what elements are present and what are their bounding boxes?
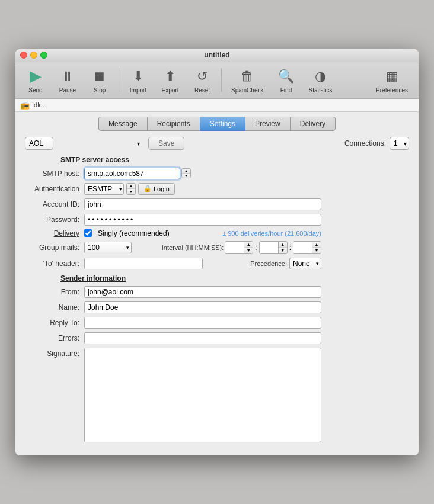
smtp-section-header: SMTP server access xyxy=(60,156,409,164)
preferences-icon: ▦ xyxy=(382,67,401,86)
account-select[interactable]: AOL Gmail Yahoo xyxy=(25,137,53,150)
connections-select[interactable]: 123 xyxy=(390,137,409,150)
delivery-checkbox[interactable] xyxy=(84,229,92,237)
signature-label: Signature: xyxy=(25,348,84,358)
spamcheck-button[interactable]: 🗑 SpamCheck xyxy=(225,65,269,96)
tab-recipients[interactable]: Recipients xyxy=(147,117,200,131)
smtp-host-input[interactable] xyxy=(84,168,180,179)
account-id-input[interactable] xyxy=(84,198,321,210)
auth-steppers: ▲ ▼ xyxy=(126,183,136,195)
interval-hh-up[interactable]: ▲ xyxy=(244,242,253,248)
interval-hh-wrap: 00 ▲ ▼ xyxy=(225,241,253,254)
to-header-row: 'To' header: Precedence: None Bulk List xyxy=(25,258,409,269)
interval-mm-up[interactable]: ▲ xyxy=(279,242,287,248)
smtp-steppers: ▲ ▼ xyxy=(181,168,191,178)
delivery-row: Delivery Singly (recommended) ± 900 deli… xyxy=(25,229,409,237)
statistics-icon: ◑ xyxy=(311,67,330,86)
from-input[interactable] xyxy=(84,286,321,298)
smtp-down-button[interactable]: ▼ xyxy=(182,174,190,178)
errors-input[interactable] xyxy=(84,332,321,344)
interval-ss-down[interactable]: ▼ xyxy=(312,248,321,253)
signature-textarea[interactable] xyxy=(84,348,321,442)
send-icon: ▶ xyxy=(26,67,45,86)
send-button[interactable]: ▶ Send xyxy=(20,65,51,96)
signature-row: Signature: xyxy=(25,348,409,442)
delivery-label: Delivery xyxy=(25,229,84,237)
account-select-wrap: AOL Gmail Yahoo xyxy=(25,137,143,150)
export-icon: ⬆ xyxy=(161,67,180,86)
export-label: Export xyxy=(162,87,179,94)
interval-ss-wrap: 00 ▲ ▼ xyxy=(293,241,321,254)
reply-to-row: Reply To: xyxy=(25,317,409,329)
pause-icon: ⏸ xyxy=(58,67,77,86)
preferences-button[interactable]: ▦ Preferences xyxy=(370,65,414,96)
auth-controls: ESMTP SMTP None ▲ ▼ 🔒 Login xyxy=(84,183,175,195)
to-header-input[interactable] xyxy=(84,258,203,269)
tab-message[interactable]: Message xyxy=(98,117,148,131)
statistics-button[interactable]: ◑ Statistics xyxy=(302,65,338,96)
minimize-button[interactable] xyxy=(30,52,37,59)
interval-ss-input[interactable]: 00 xyxy=(293,242,312,253)
status-icon: 📻 xyxy=(20,101,30,110)
auth-method-select[interactable]: ESMTP SMTP None xyxy=(84,183,124,195)
import-button[interactable]: ⬇ Import xyxy=(123,65,154,96)
close-button[interactable] xyxy=(20,52,27,59)
reset-icon: ↺ xyxy=(193,67,212,86)
spamcheck-icon: 🗑 xyxy=(238,67,257,86)
save-button[interactable]: Save xyxy=(148,137,184,150)
tab-settings[interactable]: Settings xyxy=(200,117,245,131)
smtp-up-button[interactable]: ▲ xyxy=(182,169,190,174)
from-label: From: xyxy=(25,288,84,296)
precedence-row: Precedence: None Bulk List xyxy=(250,258,321,269)
tab-delivery[interactable]: Delivery xyxy=(290,117,336,131)
from-row: From: xyxy=(25,286,409,298)
group-mails-label: Group mails: xyxy=(25,243,84,252)
reply-to-label: Reply To: xyxy=(25,319,84,327)
password-input[interactable] xyxy=(84,214,321,226)
export-button[interactable]: ⬆ Export xyxy=(155,65,186,96)
find-button[interactable]: 🔍 Find xyxy=(270,65,301,96)
content-area: AOL Gmail Yahoo Save Connections: 123 SM… xyxy=(15,131,419,455)
stop-button[interactable]: ⏹ Stop xyxy=(84,65,115,96)
preferences-label: Preferences xyxy=(376,87,408,94)
auth-up-button[interactable]: ▲ xyxy=(127,184,135,190)
maximize-button[interactable] xyxy=(40,52,47,59)
interval-mm-down[interactable]: ▼ xyxy=(279,248,287,253)
toolbar: ▶ Send ⏸ Pause ⏹ Stop ⬇ Import ⬆ Export … xyxy=(15,62,419,99)
window-title: untitled xyxy=(204,51,229,59)
reset-button[interactable]: ↺ Reset xyxy=(187,65,218,96)
interval-group: Interval (HH:MM:SS): 00 ▲ ▼ : 05 xyxy=(162,241,321,254)
interval-mm-input[interactable]: 05 xyxy=(260,242,279,253)
group-mails-wrap: 100 50 200 xyxy=(84,242,132,253)
stop-label: Stop xyxy=(94,87,106,94)
account-row: AOL Gmail Yahoo Save Connections: 123 xyxy=(25,137,409,150)
login-button[interactable]: 🔒 Login xyxy=(138,183,175,195)
tab-preview[interactable]: Preview xyxy=(245,117,291,131)
titlebar: untitled xyxy=(15,49,419,62)
precedence-select[interactable]: None Bulk List xyxy=(289,258,321,269)
account-id-label: Account ID: xyxy=(25,200,84,208)
smtp-host-row: SMTP host: ▲ ▼ xyxy=(25,168,409,179)
main-window: untitled ▶ Send ⏸ Pause ⏹ Stop ⬇ Import … xyxy=(15,49,419,455)
auth-row: Authentication ESMTP SMTP None ▲ ▼ xyxy=(25,183,409,195)
name-label: Name: xyxy=(25,303,84,312)
interval-ss-up[interactable]: ▲ xyxy=(312,242,321,248)
interval-hh-input[interactable]: 00 xyxy=(225,242,244,253)
errors-row: Errors: xyxy=(25,332,409,344)
import-icon: ⬇ xyxy=(129,67,148,86)
statistics-label: Statistics xyxy=(308,87,332,94)
auth-down-button[interactable]: ▼ xyxy=(127,189,135,194)
name-input[interactable] xyxy=(84,301,321,313)
delivery-controls: Singly (recommended) ± 900 deliveries/ho… xyxy=(84,229,321,237)
reset-label: Reset xyxy=(194,87,210,94)
group-mails-select[interactable]: 100 50 200 xyxy=(84,242,132,253)
delivery-info: ± 900 deliveries/hour (21,600/day) xyxy=(222,230,321,237)
interval-hh-down[interactable]: ▼ xyxy=(244,248,253,253)
reply-to-input[interactable] xyxy=(84,317,321,329)
colon-sep-1: : xyxy=(254,243,258,252)
smtp-host-input-wrap: ▲ ▼ xyxy=(84,168,191,179)
smtp-host-label: SMTP host: xyxy=(25,169,84,178)
pause-button[interactable]: ⏸ Pause xyxy=(52,65,83,96)
stop-icon: ⏹ xyxy=(90,67,109,86)
precedence-select-wrap: None Bulk List xyxy=(289,258,321,269)
